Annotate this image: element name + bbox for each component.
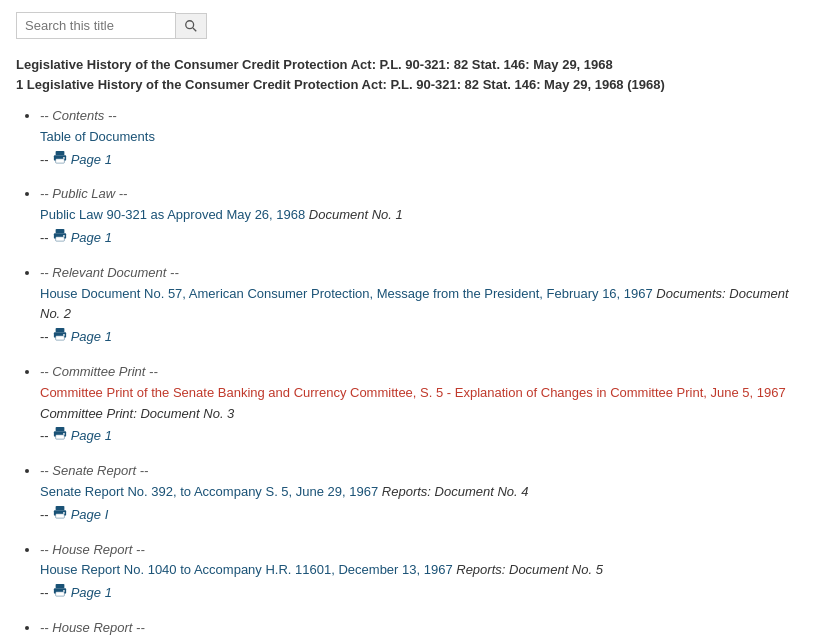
list-item: -- House Report --House Report No. 1397,…	[40, 618, 802, 640]
search-icon	[184, 19, 198, 33]
printer-icon	[53, 327, 67, 348]
printer-icon	[53, 583, 67, 604]
page-link[interactable]: Page 1	[71, 228, 112, 249]
svg-rect-4	[55, 158, 64, 162]
doc-link[interactable]: Public Law 90-321 as Approved May 26, 19…	[40, 207, 305, 222]
section-label: -- Committee Print --	[40, 362, 802, 383]
printer-icon	[53, 505, 67, 526]
section-label: -- Public Law --	[40, 184, 802, 205]
printer-icon	[53, 426, 67, 447]
svg-rect-20	[55, 514, 64, 518]
section-label: -- Relevant Document --	[40, 263, 802, 284]
svg-point-13	[63, 334, 65, 336]
printer-icon	[53, 228, 67, 249]
section-label: -- House Report --	[40, 618, 802, 639]
page-link[interactable]: Page 1	[71, 426, 112, 447]
svg-point-21	[63, 512, 65, 514]
list-item: -- House Report --House Report No. 1040 …	[40, 540, 802, 604]
section-label: -- Contents --	[40, 106, 802, 127]
document-list: -- Contents --Table of Documents-- Page …	[16, 106, 802, 640]
doc-link[interactable]: Senate Report No. 392, to Accompany S. 5…	[40, 484, 378, 499]
svg-rect-12	[55, 336, 64, 340]
svg-rect-18	[55, 506, 64, 510]
printer-icon	[53, 150, 67, 171]
page-link[interactable]: Page 1	[71, 150, 112, 171]
page-link[interactable]: Page 1	[71, 327, 112, 348]
svg-rect-2	[55, 150, 64, 154]
doc-link[interactable]: House Document No. 57, American Consumer…	[40, 286, 653, 301]
svg-rect-22	[55, 584, 64, 588]
page-sub-item: -- Page 1	[40, 426, 802, 447]
list-item: -- Contents --Table of Documents-- Page …	[40, 106, 802, 170]
svg-point-25	[63, 590, 65, 592]
svg-point-9	[63, 235, 65, 237]
list-item: -- Public Law --Public Law 90-321 as App…	[40, 184, 802, 248]
svg-rect-14	[55, 427, 64, 431]
search-bar	[16, 12, 802, 39]
main-title: Legislative History of the Consumer Cred…	[16, 55, 802, 94]
svg-line-1	[193, 27, 196, 30]
svg-point-0	[186, 20, 194, 28]
svg-rect-10	[55, 328, 64, 332]
page-link[interactable]: Page I	[71, 505, 109, 526]
doc-link[interactable]: House Report No. 1040 to Accompany H.R. …	[40, 562, 453, 577]
list-item: -- Relevant Document --House Document No…	[40, 263, 802, 348]
svg-point-5	[63, 157, 65, 159]
section-label: -- Senate Report --	[40, 461, 802, 482]
search-button[interactable]	[176, 13, 207, 39]
svg-rect-16	[55, 435, 64, 439]
section-label: -- House Report --	[40, 540, 802, 561]
page-sub-item: -- Page 1	[40, 327, 802, 348]
page-sub-item: -- Page 1	[40, 228, 802, 249]
search-input[interactable]	[16, 12, 176, 39]
svg-rect-6	[55, 229, 64, 233]
page-sub-item: -- Page 1	[40, 150, 802, 171]
page-sub-item: -- Page 1	[40, 583, 802, 604]
list-item: -- Committee Print --Committee Print of …	[40, 362, 802, 447]
svg-point-17	[63, 433, 65, 435]
doc-link[interactable]: Committee Print of the Senate Banking an…	[40, 385, 786, 400]
doc-link[interactable]: Table of Documents	[40, 129, 155, 144]
page-link[interactable]: Page 1	[71, 583, 112, 604]
list-item: -- Senate Report --Senate Report No. 392…	[40, 461, 802, 525]
svg-rect-8	[55, 237, 64, 241]
svg-rect-24	[55, 592, 64, 596]
page-sub-item: -- Page I	[40, 505, 802, 526]
